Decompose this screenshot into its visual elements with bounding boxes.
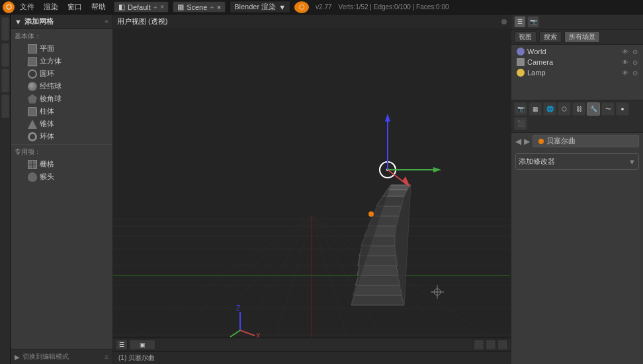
- mesh-item-icosphere[interactable]: 棱角球: [11, 92, 112, 105]
- version-info: v2.77: [316, 3, 331, 11]
- object-name-pill: 贝塞尔曲: [533, 135, 639, 147]
- camera-eye-icon[interactable]: 👁: [622, 59, 628, 66]
- scene-tab[interactable]: ▦ Scene + ×: [173, 1, 226, 13]
- cone-icon: [28, 120, 37, 129]
- left-strip-tab-3[interactable]: [1, 69, 9, 92]
- mesh-item-cone[interactable]: 锥体: [11, 118, 112, 130]
- mesh-item-monkey[interactable]: 猴头: [11, 170, 112, 183]
- workspace-tab[interactable]: ◧ Default + ×: [114, 1, 169, 13]
- outliner-view-btn[interactable]: ☰: [514, 16, 526, 28]
- camera-icon: [517, 58, 525, 66]
- mesh-item-torus[interactable]: 环体: [11, 130, 112, 143]
- menu-render[interactable]: 渲染: [40, 1, 62, 13]
- prop-object-btn[interactable]: ⬡: [558, 102, 571, 116]
- left-panel: ▼ 添加网格 ≡ 基本体： 平面 立方体 圆环 经纬球 棱角球: [11, 15, 113, 364]
- scene-close-btn[interactable]: ×: [217, 3, 221, 11]
- viewport[interactable]: 用户视图 (透视): [113, 15, 511, 364]
- prop-modifiers-btn[interactable]: 🔧: [587, 102, 600, 116]
- properties-icon-tabs: 📷 ▦ 🌐 ⬡ ⛓ 🔧 〜: [511, 100, 643, 133]
- mesh-item-plane[interactable]: 平面: [11, 42, 112, 55]
- icosphere-icon: [28, 94, 37, 104]
- add-modifier-label: 添加修改器: [519, 157, 555, 166]
- workspace-close-btn[interactable]: ×: [160, 3, 164, 11]
- world-restrict-icon[interactable]: ⊙: [632, 48, 638, 55]
- tab-search[interactable]: 搜索: [539, 31, 562, 43]
- panel-header[interactable]: ▼ 添加网格 ≡: [11, 15, 112, 29]
- grid-label: 栅格: [40, 159, 54, 169]
- left-strip-tab-2[interactable]: [1, 43, 9, 67]
- outliner-header: ☰ 📷: [511, 15, 643, 30]
- mesh-item-grid[interactable]: 栅格: [11, 158, 112, 170]
- outliner-item-lamp[interactable]: Lamp 👁 ⊙: [511, 67, 643, 78]
- svg-point-45: [368, 211, 374, 217]
- left-strip-tab-1[interactable]: [1, 17, 9, 41]
- view-mode-btn[interactable]: ▣: [129, 340, 155, 350]
- main-layout: ▼ 添加网格 ≡ 基本体： 平面 立方体 圆环 经纬球 棱角球: [0, 15, 643, 364]
- prop-scene-btn[interactable]: ▦: [529, 102, 542, 116]
- outliner-cam-btn[interactable]: 📷: [527, 16, 539, 28]
- world-eye-icon[interactable]: 👁: [622, 48, 628, 55]
- uvsphere-label: 经纬球: [40, 81, 62, 91]
- panel-header-dots: ≡: [105, 18, 108, 25]
- monkey-icon: [28, 172, 37, 182]
- view-select-btn[interactable]: ☰: [116, 340, 128, 350]
- blender-logo[interactable]: ⬡: [3, 1, 15, 13]
- outliner-tabs: 视图 搜索 所有场景: [511, 30, 643, 45]
- section-special-label: 专用项：: [11, 144, 112, 158]
- menu-file[interactable]: 文件: [16, 1, 38, 13]
- top-bar: ⬡ 文件 渲染 窗口 帮助 ◧ Default + × ▦ Scene + × …: [0, 0, 643, 15]
- circle-label: 圆环: [40, 69, 54, 79]
- uvsphere-icon: [28, 82, 37, 91]
- workspace-name: Default: [128, 3, 151, 11]
- prop-world-btn[interactable]: 🌐: [543, 102, 556, 116]
- add-modifier-btn[interactable]: 添加修改器 ▼: [515, 153, 639, 170]
- object-color-dot: [538, 139, 544, 144]
- world-icon: [517, 48, 525, 55]
- grid-icon: [28, 160, 37, 169]
- mesh-item-cylinder[interactable]: 柱体: [11, 105, 112, 118]
- object-name-label: 贝塞尔曲: [546, 136, 576, 146]
- cube-icon: [28, 57, 37, 66]
- outliner-panel: ☰ 📷 视图 搜索 所有场景 World 👁 ⊙: [511, 15, 643, 100]
- workspace-add-btn[interactable]: +: [153, 3, 157, 11]
- properties-nav: ◀ ▶ 贝塞尔曲: [511, 133, 643, 149]
- nav-forward-btn[interactable]: ▶: [524, 137, 530, 146]
- left-strip: [0, 15, 11, 364]
- world-label: World: [527, 48, 546, 55]
- renderer-select[interactable]: Blender 渲染 ▼: [230, 1, 290, 13]
- tool-btn-2[interactable]: [486, 340, 496, 350]
- scene-name: Scene: [187, 3, 207, 11]
- lamp-restrict-icon[interactable]: ⊙: [632, 69, 638, 77]
- mesh-item-uvsphere[interactable]: 经纬球: [11, 80, 112, 92]
- cylinder-label: 柱体: [40, 106, 54, 116]
- prop-render-btn[interactable]: 📷: [514, 102, 527, 116]
- scene-add-btn[interactable]: +: [210, 3, 214, 11]
- left-strip-tab-4[interactable]: [1, 94, 9, 118]
- tab-view[interactable]: 视图: [514, 31, 536, 43]
- svg-marker-23: [353, 285, 402, 295]
- prop-texture-btn[interactable]: ⬛: [514, 117, 527, 130]
- mesh-item-circle[interactable]: 圆环: [11, 67, 112, 80]
- lamp-eye-icon[interactable]: 👁: [622, 69, 628, 77]
- camera-restrict-icon[interactable]: ⊙: [632, 59, 638, 66]
- outliner-item-world[interactable]: World 👁 ⊙: [511, 46, 643, 57]
- plane-icon: [28, 44, 37, 54]
- nav-back-btn[interactable]: ◀: [515, 137, 521, 146]
- outliner-item-camera[interactable]: Camera 👁 ⊙: [511, 57, 643, 67]
- tool-btn-1[interactable]: [474, 340, 484, 350]
- tool-btn-3[interactable]: [497, 340, 508, 350]
- viewport-title: 用户视图 (透视): [117, 17, 167, 26]
- mesh-item-cube[interactable]: 立方体: [11, 55, 112, 67]
- menu-help[interactable]: 帮助: [87, 1, 110, 13]
- workspace-icon: ◧: [118, 3, 125, 11]
- edit-mode-toggle[interactable]: ▶ 切换到编辑模式 ≡: [11, 349, 112, 364]
- add-modifier-dropdown-icon: ▼: [628, 158, 636, 166]
- prop-data-btn[interactable]: 〜: [601, 102, 615, 116]
- menu-window[interactable]: 窗口: [64, 1, 86, 13]
- scene-icon: ▦: [177, 3, 184, 11]
- cylinder-icon: [28, 107, 37, 116]
- right-panel: ☰ 📷 视图 搜索 所有场景 World 👁 ⊙: [511, 15, 643, 364]
- tab-all-scenes[interactable]: 所有场景: [564, 31, 600, 43]
- prop-constraints-btn[interactable]: ⛓: [572, 102, 585, 116]
- prop-material-btn[interactable]: ●: [616, 102, 629, 116]
